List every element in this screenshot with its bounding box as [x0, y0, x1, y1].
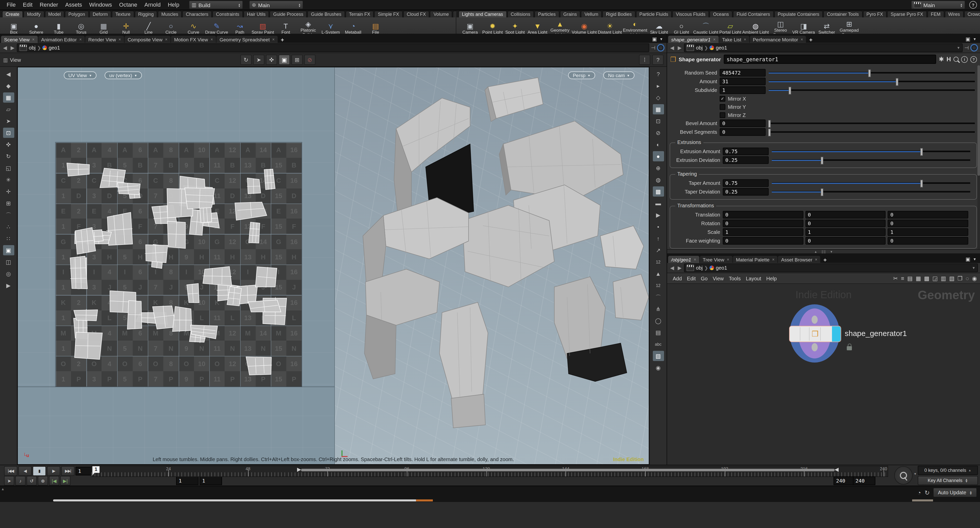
node-name-field[interactable]: shape_generator1: [724, 55, 936, 64]
spinner-icon[interactable]: ▲▼: [298, 3, 301, 7]
node-output-connector[interactable]: [811, 343, 818, 351]
stop-button[interactable]: ▮: [33, 466, 46, 476]
list-view-icon[interactable]: ▤: [907, 275, 913, 282]
network-editor[interactable]: Indie Edition Geometry ❒ shape_generator…: [667, 284, 980, 465]
help-button[interactable]: ?: [969, 1, 977, 9]
view-camera-icon[interactable]: ▣: [3, 245, 14, 255]
tab-tree-view[interactable]: Tree View×: [700, 256, 732, 263]
key-options-arrow[interactable]: ▼: [914, 472, 917, 475]
presets-gear-icon[interactable]: ✱: [939, 56, 944, 63]
slider-handle[interactable]: [920, 148, 923, 156]
param-field-translation-y[interactable]: 0: [805, 211, 886, 219]
key-all-channels-button[interactable]: Key All Channels▲▼: [918, 476, 978, 485]
radial-menu-selector[interactable]: ⊕ Main ▲▼: [249, 0, 304, 9]
network-menu-go[interactable]: Go: [698, 273, 710, 283]
param-field-rotation-y[interactable]: 0: [805, 220, 886, 227]
normal-lighting-icon[interactable]: ●: [652, 151, 664, 161]
path-obj[interactable]: obj: [29, 45, 36, 51]
param-slider-bevel-segments[interactable]: [769, 129, 975, 135]
rotate-tool-icon[interactable]: ↻: [3, 151, 14, 161]
slider-handle[interactable]: [789, 87, 791, 94]
global-animation-options-icon[interactable]: ⊕: [38, 476, 48, 486]
display-background-icon[interactable]: ▧: [652, 351, 664, 361]
radial-menu-icon[interactable]: [970, 44, 978, 51]
shading-mode-icon[interactable]: ◆: [3, 81, 14, 91]
set-key-button[interactable]: [894, 466, 913, 485]
display-points-icon[interactable]: •: [652, 222, 664, 232]
display-vectors-icon[interactable]: ↗: [652, 245, 664, 255]
menu-render[interactable]: Render: [36, 0, 62, 10]
param-field-scale-x[interactable]: 1: [723, 228, 803, 236]
move-tool-icon[interactable]: ✜: [3, 139, 14, 150]
path-obj[interactable]: obj: [696, 265, 703, 271]
param-field-bevel-segments[interactable]: 0: [720, 128, 765, 136]
node-help-icon[interactable]: ?: [970, 56, 977, 62]
recook-icon[interactable]: ↻: [924, 489, 930, 496]
close-icon[interactable]: ×: [800, 37, 803, 41]
close-icon[interactable]: ×: [772, 257, 774, 262]
shelf-tab-guide-brushes[interactable]: Guide Brushes: [307, 11, 345, 18]
shelf-tab-polygon[interactable]: Polygon: [65, 11, 89, 18]
view-current-tool-icon[interactable]: ▣: [279, 55, 290, 65]
shape-generator-node[interactable]: ❒: [789, 326, 841, 342]
network-overview-icon[interactable]: ▩: [924, 275, 929, 282]
close-icon[interactable]: ×: [272, 37, 275, 41]
node-input-connector[interactable]: [811, 316, 818, 324]
timeline-ruler[interactable]: 1 24487296120144168192216240: [91, 466, 888, 477]
parameter-scrollbar[interactable]: [977, 65, 980, 249]
tab-performance-monitor[interactable]: Performance Monitor×: [750, 36, 806, 43]
shelf-tab-vellum[interactable]: Vellum: [581, 11, 602, 18]
param-field-scale-z[interactable]: 1: [888, 228, 968, 236]
pane-menu-icon[interactable]: ▼: [973, 37, 977, 41]
search-icon[interactable]: [953, 57, 959, 62]
close-icon[interactable]: ×: [815, 257, 817, 262]
menu-file[interactable]: File: [3, 0, 19, 10]
secure-selection-lock-icon[interactable]: ⊡: [3, 128, 14, 138]
path-geo1[interactable]: geo1: [716, 265, 727, 271]
param-field-random-seed[interactable]: 485472: [720, 69, 765, 77]
uv-view-selector[interactable]: UV View▼: [64, 72, 97, 79]
tab-add[interactable]: +: [278, 37, 286, 43]
pane-maximize-icon[interactable]: ▣: [652, 36, 657, 42]
param-field-taper-amount[interactable]: 0.75: [723, 179, 769, 187]
uv-viewport-layout-icon[interactable]: ▱: [3, 104, 14, 114]
shelf-tab-particle-fluids[interactable]: Particle Fluids: [636, 11, 672, 18]
construction-plane-icon[interactable]: ▦: [3, 93, 14, 103]
close-icon[interactable]: ×: [165, 37, 167, 41]
playhead[interactable]: 1: [92, 466, 100, 473]
snap-multi-icon[interactable]: ∷: [3, 233, 14, 244]
range-end-handle[interactable]: [835, 468, 838, 472]
shelf-tab-deform[interactable]: Deform: [89, 11, 111, 18]
shelf-tab-terrain-fx[interactable]: Terrain FX: [345, 11, 374, 18]
pane-maximize-icon[interactable]: ▣: [966, 256, 970, 262]
node-shape-icon[interactable]: ◲: [932, 275, 938, 282]
param-field-bevel-amount[interactable]: 0: [720, 120, 765, 127]
network-path-field[interactable]: obj ❯ geo1 ▼: [684, 263, 978, 272]
slider-handle[interactable]: [920, 180, 923, 187]
param-field-extrusion-deviation[interactable]: 0.25: [723, 156, 769, 164]
forward-icon[interactable]: ▶: [676, 45, 682, 51]
param-field-translation-x[interactable]: 0: [723, 211, 803, 219]
smooth-shaded-icon[interactable]: ▬: [652, 198, 664, 208]
slider-handle[interactable]: [768, 129, 771, 136]
spinner-icon[interactable]: ▲▼: [960, 3, 963, 7]
next-key-button[interactable]: ▶|: [60, 476, 70, 486]
prim-numbers-icon[interactable]: 12: [652, 280, 664, 290]
shelf-tab-model[interactable]: Model: [45, 11, 64, 18]
slider-handle[interactable]: [896, 78, 899, 86]
shelf-tab-guide-process[interactable]: Guide Process: [269, 11, 307, 18]
tab-composite-view[interactable]: Composite View×: [124, 36, 170, 43]
shadows-lighting-icon[interactable]: ◍: [652, 175, 664, 185]
previous-key-button[interactable]: |◀: [49, 476, 59, 486]
dropdown-arrow-icon[interactable]: ▼: [957, 46, 960, 49]
range-start-handle[interactable]: [297, 468, 301, 472]
param-field-scale-y[interactable]: 1: [805, 228, 886, 236]
menu-arnold[interactable]: Arnold: [141, 0, 164, 10]
param-slider-taper-amount[interactable]: [772, 180, 970, 187]
view-link-icon[interactable]: ◫: [3, 257, 14, 267]
close-icon[interactable]: ×: [744, 37, 746, 41]
shelf-tab-constraints[interactable]: Constraints: [212, 11, 243, 18]
param-field-face-weighting-y[interactable]: 0: [805, 237, 886, 245]
transform-handle-icon[interactable]: ✜: [266, 55, 277, 65]
flipbook-icon[interactable]: ▶: [3, 280, 14, 290]
